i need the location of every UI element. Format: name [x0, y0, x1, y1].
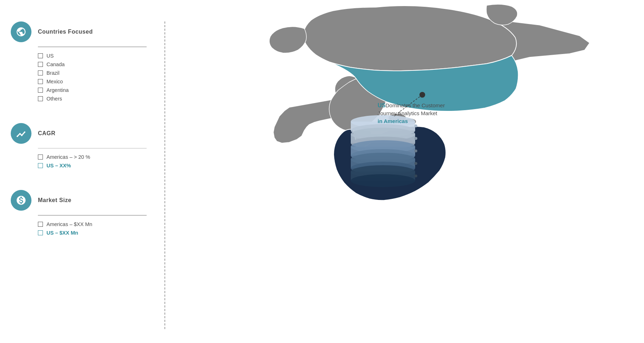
globe-icon: [16, 26, 26, 37]
checkbox: [38, 62, 43, 67]
market-size-header: Market Size: [11, 190, 147, 211]
checkbox: [38, 70, 43, 75]
svg-point-23: [414, 175, 417, 177]
list-item: Brazil: [38, 70, 147, 76]
svg-point-18: [351, 174, 415, 187]
checkbox: [38, 96, 43, 101]
countries-section: Countries Focused US Canada Brazil Mexic…: [11, 21, 147, 102]
svg-point-20: [414, 137, 417, 140]
annotation-line1: Dominates the Customer: [385, 102, 445, 108]
list-item: Mexico: [38, 79, 147, 84]
list-item: Americas – $XX Mn: [38, 221, 147, 227]
chart-icon-circle: [11, 123, 31, 144]
list-item: US: [38, 53, 147, 59]
checkbox: [38, 53, 43, 58]
svg-point-22: [414, 162, 417, 165]
market-size-list: Americas – $XX Mn US – $XX Mn: [38, 221, 147, 236]
market-size-divider: [38, 215, 147, 216]
list-item: Americas – > 20 %: [38, 154, 147, 160]
dotted-separator-line: [164, 21, 165, 329]
checkbox: [38, 155, 43, 160]
list-item: Others: [38, 96, 147, 102]
countries-header: Countries Focused: [11, 21, 147, 42]
svg-point-2: [21, 134, 23, 136]
dollar-circle-icon: [16, 195, 26, 206]
list-item: Canada: [38, 62, 147, 67]
annotation-line2: Journey Analytics Market: [378, 110, 438, 116]
checkbox: [38, 79, 43, 84]
list-item-teal: US – $XX Mn: [38, 230, 147, 236]
countries-divider: [38, 46, 147, 47]
cagr-list: Americas – > 20 % US – XX%: [38, 154, 147, 168]
svg-point-1: [19, 133, 21, 134]
market-size-section: Market Size Americas – $XX Mn US – $XX M…: [11, 190, 147, 236]
cagr-header: CAGR: [11, 123, 147, 144]
svg-point-19: [414, 124, 417, 127]
chart-line-icon: [16, 128, 26, 139]
list-item: Argentina: [38, 87, 147, 93]
checkbox-teal: [38, 230, 43, 235]
countries-list: US Canada Brazil Mexico Argentina Others: [38, 53, 147, 102]
annotation-line3: in Americas: [378, 118, 408, 124]
countries-title: Countries Focused: [38, 29, 93, 35]
left-panel: Countries Focused US Canada Brazil Mexic…: [11, 21, 147, 257]
market-size-title: Market Size: [38, 197, 72, 204]
canada-path: [303, 6, 516, 71]
stacked-layers: [351, 115, 417, 187]
americas-map: US Dominates the Customer Journey Analyt…: [179, 0, 644, 343]
globe-icon-circle: [11, 21, 31, 42]
cagr-section: CAGR Americas – > 20 % US – XX%: [11, 123, 147, 169]
checkbox-teal: [38, 163, 43, 168]
cagr-divider: [38, 148, 147, 149]
svg-point-21: [414, 150, 417, 152]
cagr-title: CAGR: [38, 130, 55, 137]
checkbox: [38, 88, 43, 93]
svg-point-3: [24, 131, 25, 133]
checkbox: [38, 222, 43, 227]
dollar-icon-circle: [11, 190, 31, 211]
list-item-teal: US – XX%: [38, 163, 147, 168]
svg-point-0: [17, 136, 18, 137]
alaska-path: [269, 26, 306, 53]
annotation-us-text: US: [378, 102, 386, 108]
